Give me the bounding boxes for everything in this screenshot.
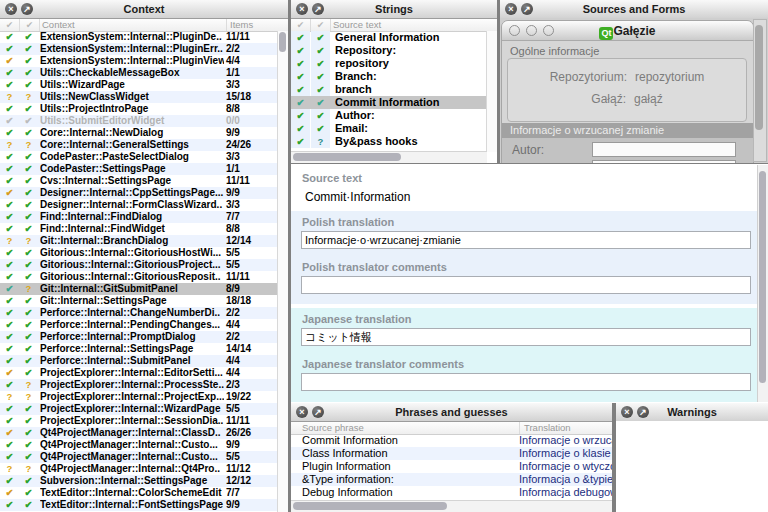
- form-field-row: Repozytorium: repozytorium: [508, 70, 746, 84]
- context-row[interactable]: ✔✔Cvs::Internal::SettingsPage11/11: [0, 175, 278, 187]
- phrase-row[interactable]: Class InformationInformacje o klasie: [291, 447, 612, 460]
- close-icon[interactable]: ×: [296, 3, 308, 15]
- form-preview-window[interactable]: QtGałęzie Ogólne informacje Repozytorium…: [501, 20, 754, 163]
- polish-comments-input[interactable]: [301, 276, 751, 294]
- context-row[interactable]: ✔✔ExtensionSystem::Internal::PluginView4…: [0, 55, 278, 67]
- translation-column-header[interactable]: Translation: [519, 422, 571, 434]
- question-yellow-icon: ?: [26, 91, 32, 102]
- japanese-translation-input[interactable]: [301, 328, 751, 346]
- accepted-status-cell: ?: [311, 135, 330, 148]
- items-column-header[interactable]: Items: [226, 19, 253, 31]
- check-green-icon: ✔: [297, 84, 305, 95]
- context-row[interactable]: ✔✔Find::Internal::FindWidget8/8: [0, 223, 278, 235]
- accepted-column-check-icon[interactable]: ✔: [311, 19, 331, 31]
- context-scrollbar-thumb[interactable]: [279, 32, 286, 52]
- accepted-status-cell: ✔: [19, 31, 38, 43]
- phrases-hscrollbar-thumb[interactable]: [293, 502, 447, 510]
- strings-hscrollbar-thumb[interactable]: [293, 153, 401, 161]
- context-row[interactable]: ✔✔CodePaster::SettingsPage1/1: [0, 163, 278, 175]
- string-row[interactable]: ✔✔repository: [291, 57, 487, 70]
- string-row[interactable]: ✔?By&pass hooks: [291, 135, 487, 148]
- accepted-status-cell: ✔: [311, 57, 330, 70]
- string-row[interactable]: ✔✔Commit Information: [291, 96, 487, 109]
- float-icon[interactable]: ↗: [312, 406, 324, 418]
- done-column-check-icon[interactable]: ✔: [291, 19, 311, 31]
- context-row[interactable]: ✔✔ProjectExplorer::Internal::EditorSetti…: [0, 367, 278, 379]
- context-row[interactable]: ✔✔TextEditor::Internal::FontSettingsPage…: [0, 499, 278, 511]
- float-icon[interactable]: ↗: [21, 3, 33, 15]
- source-phrase: Commit Information: [302, 434, 514, 447]
- close-icon[interactable]: ×: [505, 3, 517, 15]
- phrase-row[interactable]: &Type information:Informacja o &typie:: [291, 473, 612, 486]
- context-row[interactable]: ✔✔Perforce::Internal::PendingChanges...4…: [0, 319, 278, 331]
- string-row[interactable]: ✔✔branch: [291, 83, 487, 96]
- context-row[interactable]: ✔✔ProjectExplorer::Internal::SessionDia.…: [0, 415, 278, 427]
- context-row[interactable]: ✔✔ExtensionSystem::Internal::PluginErr..…: [0, 43, 278, 55]
- context-row[interactable]: ✔✔ExtensionSystem::Internal::PluginDe..1…: [0, 31, 278, 43]
- close-icon[interactable]: ×: [296, 406, 308, 418]
- done-column-check-icon[interactable]: ✔: [0, 19, 20, 31]
- phrase-row[interactable]: Debug InformationInformacja debugowania: [291, 486, 612, 499]
- float-icon[interactable]: ↗: [521, 3, 533, 15]
- context-row[interactable]: ✔✔Find::Internal::FindDialog7/7: [0, 211, 278, 223]
- context-row[interactable]: ✔✔Gitorious::Internal::GitoriousReposit.…: [0, 271, 278, 283]
- context-row[interactable]: ✔?ProjectExplorer::Internal::ProcessSte.…: [0, 379, 278, 391]
- context-row[interactable]: ✔✔Designer::Internal::FormClassWizard..3…: [0, 199, 278, 211]
- context-row[interactable]: ✔✔CodePaster::PasteSelectDialog3/3: [0, 151, 278, 163]
- traffic-light-icon: [526, 25, 537, 36]
- check-green-icon: ✔: [25, 403, 33, 414]
- editor-scrollbar-thumb[interactable]: [759, 171, 766, 383]
- context-row[interactable]: ✔✔Git::Internal::SettingsPage18/18: [0, 295, 278, 307]
- context-row[interactable]: ✔✔Perforce::Internal::SettingsPage14/14: [0, 343, 278, 355]
- string-row[interactable]: ✔✔General Information: [291, 31, 487, 44]
- context-row[interactable]: ✔✔Gitorious::Internal::GitoriousHostWi..…: [0, 247, 278, 259]
- phrase-row[interactable]: Commit InformationInformacje o wrzucanej…: [291, 434, 612, 447]
- string-row[interactable]: ✔✔Email:: [291, 122, 487, 135]
- string-row[interactable]: ✔✔Author:: [291, 109, 487, 122]
- context-items-count: 8/8: [226, 223, 240, 235]
- context-row[interactable]: ✔✔Perforce::Internal::ChangeNumberDi..2/…: [0, 307, 278, 319]
- context-row[interactable]: ✔✔Qt4ProjectManager::Internal::ClassD..2…: [0, 427, 278, 439]
- context-row[interactable]: ✔?Git::Internal::GitSubmitPanel8/9: [0, 283, 278, 295]
- context-row[interactable]: ✔✔Designer::Internal::CppSettingsPage...…: [0, 187, 278, 199]
- context-row[interactable]: ✔✔Core::Internal::NewDialog9/9: [0, 127, 278, 139]
- context-row[interactable]: ✔✔Utils::CheckableMessageBox1/1: [0, 67, 278, 79]
- context-row[interactable]: ??Qt4ProjectManager::Internal::Qt4Pro..1…: [0, 463, 278, 475]
- context-name: Perforce::Internal::SettingsPage: [40, 343, 224, 355]
- source-text-column-header[interactable]: Source text: [333, 19, 381, 31]
- accepted-column-check-icon[interactable]: ✔: [20, 19, 40, 31]
- source-phrase-column-header[interactable]: Source phrase: [302, 422, 364, 434]
- context-row[interactable]: ✔✔Gitorious::Internal::GitoriousProject.…: [0, 259, 278, 271]
- context-row[interactable]: ✔✔Utils::WizardPage3/3: [0, 79, 278, 91]
- context-row[interactable]: ✔✔Subversion::Internal::SettingsPage12/1…: [0, 475, 278, 487]
- context-row[interactable]: ??Core::Internal::GeneralSettings24/26: [0, 139, 278, 151]
- accepted-status-cell: ✔: [311, 70, 330, 83]
- forms-scrollbar-thumb[interactable]: [755, 25, 763, 130]
- float-icon[interactable]: ↗: [637, 406, 649, 418]
- string-row[interactable]: ✔✔Branch:: [291, 70, 487, 83]
- context-row[interactable]: ✔✔Utils::ProjectIntroPage8/8: [0, 103, 278, 115]
- check-green-icon: ✔: [6, 403, 14, 414]
- context-row[interactable]: ✔✔TextEditor::Internal::ColorSchemeEdit7…: [0, 487, 278, 499]
- context-row[interactable]: ✔✔ProjectExplorer::Internal::WizardPage5…: [0, 403, 278, 415]
- context-row[interactable]: ✔✔Qt4ProjectManager::Internal::Custo...9…: [0, 439, 278, 451]
- context-row[interactable]: ✔✔Utils::SubmitEditorWidget0/0: [0, 115, 278, 127]
- context-items-count: 7/7: [226, 487, 240, 499]
- context-row[interactable]: ??ProjectExplorer::Internal::ProjectExp.…: [0, 391, 278, 403]
- polish-translation-input[interactable]: [301, 231, 751, 249]
- done-status-cell: ✔: [0, 403, 19, 415]
- done-status-cell: ?: [0, 463, 19, 475]
- phrase-row[interactable]: Plugin InformationInformacje o wtyczce: [291, 460, 612, 473]
- string-row[interactable]: ✔✔Repository:: [291, 44, 487, 57]
- context-row[interactable]: ✔✔Qt4ProjectManager::Internal::Custo...5…: [0, 451, 278, 463]
- context-row[interactable]: ??Utils::NewClassWidget15/18: [0, 91, 278, 103]
- context-column-header[interactable]: Context: [42, 19, 75, 31]
- float-icon[interactable]: ↗: [312, 3, 324, 15]
- japanese-comments-input[interactable]: [301, 373, 751, 391]
- done-status-cell: ✔: [0, 415, 19, 427]
- context-row[interactable]: ✔✔Perforce::Internal::SubmitPanel4/4: [0, 355, 278, 367]
- context-row[interactable]: ??Git::Internal::BranchDialog12/14: [0, 235, 278, 247]
- context-row[interactable]: ✔✔Perforce::Internal::PromptDialog2/2: [0, 331, 278, 343]
- close-icon[interactable]: ×: [5, 3, 17, 15]
- close-icon[interactable]: ×: [621, 406, 633, 418]
